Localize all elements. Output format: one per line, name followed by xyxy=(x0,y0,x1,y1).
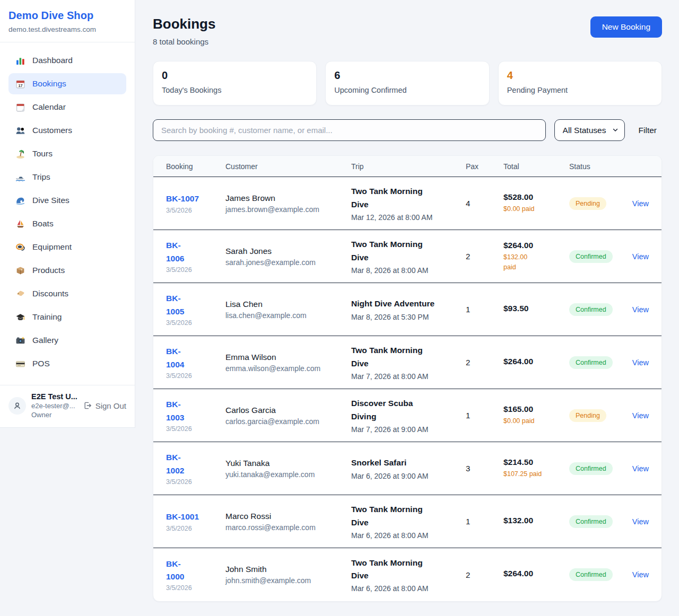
actions-cell: View xyxy=(622,411,649,420)
wave-icon xyxy=(15,196,25,206)
trip-name-line: Night Dive Adventure xyxy=(351,297,466,310)
sign-out-button[interactable]: Sign Out xyxy=(83,401,126,410)
customer-email: emma.wilson@example.com xyxy=(225,364,351,373)
sidebar-item-discounts[interactable]: Discounts xyxy=(8,283,126,304)
sidebar-item-boats[interactable]: Boats xyxy=(8,213,126,234)
booking-id-line: 1006 xyxy=(166,252,225,265)
stat-label: Today's Bookings xyxy=(162,86,308,94)
sidebar-item-training[interactable]: Training xyxy=(8,306,126,328)
trip-name-line: Two Tank Morning xyxy=(351,557,466,569)
booking-date: 3/5/2026 xyxy=(166,478,225,486)
booking-date: 3/5/2026 xyxy=(166,525,225,532)
booking-id-link[interactable]: BK- 1002 xyxy=(166,451,225,477)
total-cell: $264.00 xyxy=(503,569,569,580)
status-filter-wrap: All Statuses xyxy=(554,119,625,141)
user-info: E2E Test U... e2e-tester@... Owner xyxy=(31,392,78,419)
trip-name: Snorkel Safari xyxy=(351,456,466,469)
booking-date: 3/5/2026 xyxy=(166,425,225,433)
search-input[interactable] xyxy=(153,119,546,141)
booking-id-link[interactable]: BK- 1006 xyxy=(166,239,225,265)
booking-id-line: 1002 xyxy=(166,464,225,477)
trip-cell: Two Tank Morning Dive Mar 12, 2026 at 8:… xyxy=(351,185,466,221)
sidebar-item-customers[interactable]: Customers xyxy=(8,120,126,141)
view-link[interactable]: View xyxy=(632,411,649,420)
booking-id-line: 1004 xyxy=(166,358,225,371)
sidebar-item-label: POS xyxy=(32,359,50,368)
booking-id-line: BK-1007 xyxy=(166,192,225,205)
sidebar-item-tours[interactable]: Tours xyxy=(8,143,126,164)
customer-cell: Carlos Garcia carlos.garcia@example.com xyxy=(225,406,351,426)
diving-mask-icon xyxy=(15,242,25,252)
booking-id-link[interactable]: BK-1001 xyxy=(166,511,225,523)
table-row: BK- 1002 3/5/2026 Yuki Tanaka yuki.tanak… xyxy=(153,442,661,495)
trip-name: Two Tank Morning Dive xyxy=(351,503,466,529)
sidebar-item-bookings[interactable]: 17 Bookings xyxy=(8,73,126,94)
trip-name-line: Dive xyxy=(351,516,466,529)
sidebar-item-equipment[interactable]: Equipment xyxy=(8,236,126,258)
stat-card-todays-bookings: 0 Today's Bookings xyxy=(153,61,317,105)
sidebar-item-pos[interactable]: POS xyxy=(8,353,126,374)
sidebar-item-dashboard[interactable]: Dashboard xyxy=(8,50,126,71)
speedboat-icon xyxy=(15,172,25,182)
amount-paid: $0.00 paid xyxy=(503,416,569,426)
view-link[interactable]: View xyxy=(632,464,649,473)
booking-date: 3/5/2026 xyxy=(166,266,225,274)
status-cell: Confirmed xyxy=(569,515,622,528)
sidebar-item-label: Tours xyxy=(32,149,53,159)
view-link[interactable]: View xyxy=(632,199,649,208)
sidebar-item-products[interactable]: Products xyxy=(8,260,126,281)
sidebar-item-trips[interactable]: Trips xyxy=(8,166,126,188)
sidebar-item-label: Customers xyxy=(32,126,72,135)
trip-cell: Two Tank Morning Dive Mar 7, 2026 at 8:0… xyxy=(351,344,466,380)
status-filter-select[interactable]: All Statuses xyxy=(554,119,625,141)
graduation-cap-icon xyxy=(15,312,25,322)
trip-name: Two Tank Morning Dive xyxy=(351,185,466,210)
sidebar-item-calendar[interactable]: Calendar xyxy=(8,96,126,118)
filter-button[interactable]: Filter xyxy=(633,126,662,135)
sidebar-item-gallery[interactable]: Gallery xyxy=(8,330,126,351)
trip-cell: Discover Scuba Diving Mar 7, 2026 at 9:0… xyxy=(351,397,466,433)
sidebar-item-dive-sites[interactable]: Dive Sites xyxy=(8,190,126,211)
status-badge: Pending xyxy=(569,409,606,422)
package-icon xyxy=(15,266,25,276)
trip-name: Two Tank Morning Dive xyxy=(351,344,466,369)
customer-name: John Smith xyxy=(225,565,351,574)
total-amount: $528.00 xyxy=(503,192,569,202)
trip-name-line: Two Tank Morning xyxy=(351,344,466,357)
total-cell: $528.00 $0.00 paid xyxy=(503,192,569,214)
trip-datetime: Mar 6, 2026 at 9:00 AM xyxy=(351,472,466,480)
view-link[interactable]: View xyxy=(632,358,649,367)
sidebar: Demo Dive Shop demo.test.divestreams.com… xyxy=(0,0,135,428)
booking-date: 3/5/2026 xyxy=(166,372,225,380)
trip-datetime: Mar 6, 2026 at 8:00 AM xyxy=(351,584,466,593)
trip-datetime: Mar 7, 2026 at 9:00 AM xyxy=(351,425,466,434)
booking-id-link[interactable]: BK- 1003 xyxy=(166,398,225,424)
status-badge: Confirmed xyxy=(569,568,613,581)
view-link[interactable]: View xyxy=(632,305,649,314)
booking-id-link[interactable]: BK- 1004 xyxy=(166,345,225,371)
view-link[interactable]: View xyxy=(632,570,649,579)
credit-card-icon xyxy=(15,359,25,369)
sidebar-item-label: Gallery xyxy=(32,336,58,345)
booking-id-link[interactable]: BK- 1005 xyxy=(166,292,225,318)
booking-id-link[interactable]: BK-1007 xyxy=(166,192,225,205)
booking-id-link[interactable]: BK- 1000 xyxy=(166,558,225,583)
view-link[interactable]: View xyxy=(632,517,649,526)
view-link[interactable]: View xyxy=(632,252,649,261)
booking-date: 3/5/2026 xyxy=(166,584,225,592)
amount-paid-line: paid xyxy=(503,262,569,272)
avatar xyxy=(8,397,26,415)
customer-email: marco.rossi@example.com xyxy=(225,523,351,532)
person-icon xyxy=(13,401,22,410)
customer-name: Yuki Tanaka xyxy=(225,459,351,468)
column-header-booking: Booking xyxy=(166,162,225,171)
trip-cell: Two Tank Morning Dive Mar 6, 2026 at 8:0… xyxy=(351,503,466,539)
new-booking-button[interactable]: New Booking xyxy=(590,16,662,38)
trip-datetime: Mar 7, 2026 at 8:00 AM xyxy=(351,372,466,381)
total-amount: $264.00 xyxy=(503,241,569,250)
booking-id-line: 1005 xyxy=(166,305,225,318)
trip-name-line: Dive xyxy=(351,198,466,211)
page-title: Bookings xyxy=(153,16,215,32)
trip-name: Two Tank Morning Dive xyxy=(351,557,466,582)
booking-cell: BK- 1006 3/5/2026 xyxy=(166,239,225,273)
